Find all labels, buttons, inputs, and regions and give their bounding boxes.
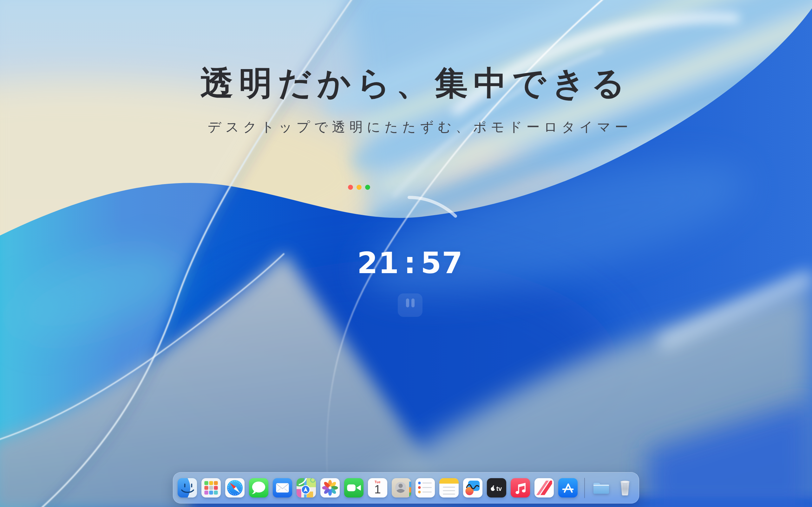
dock: Tue 1 (173, 472, 639, 504)
timer-colon: : (404, 246, 416, 280)
dock-icon-safari[interactable] (225, 478, 245, 498)
dock-icon-notes[interactable] (439, 478, 459, 498)
dock-icon-calendar[interactable]: Tue 1 (368, 478, 388, 498)
pause-icon (411, 298, 415, 307)
desktop: 透明だから、集中できる デスクトップで透明にたたずむ、ポモドーロタイマー 21:… (0, 0, 812, 507)
window-traffic-lights (348, 185, 370, 190)
timer-countdown: 21:57 (357, 248, 463, 278)
timer-minutes: 21 (357, 246, 399, 280)
dock-icon-facetime[interactable] (344, 478, 364, 498)
dock-icon-mail[interactable] (272, 478, 293, 498)
appletv-label: tv (496, 485, 502, 492)
dock-divider (584, 478, 585, 498)
dock-icon-appstore[interactable] (558, 478, 578, 498)
dock-icon-maps[interactable] (296, 478, 316, 498)
dock-icon-trash[interactable] (615, 478, 635, 498)
dock-icon-news[interactable] (534, 478, 554, 498)
dock-icon-messages[interactable] (249, 478, 269, 498)
pause-button[interactable] (398, 293, 422, 317)
dock-icon-reminders[interactable] (415, 478, 435, 498)
dock-icon-downloads-folder[interactable] (591, 478, 611, 498)
page-subtitle: デスクトップで透明にたたずむ、ポモドーロタイマー (208, 120, 632, 134)
dock-icon-music[interactable] (510, 478, 530, 498)
dock-icon-freeform[interactable] (463, 478, 483, 498)
calendar-day: 1 (374, 483, 381, 496)
minimize-button[interactable] (357, 185, 362, 190)
close-button[interactable] (348, 185, 353, 190)
dock-icon-launchpad[interactable] (201, 478, 221, 498)
dock-icon-appletv[interactable]: tv (487, 478, 507, 498)
page-title: 透明だから、集中できる (200, 66, 631, 100)
dock-icon-finder[interactable] (177, 478, 197, 498)
dock-icon-photos[interactable] (320, 478, 340, 498)
zoom-button[interactable] (365, 185, 370, 190)
dock-icon-contacts[interactable] (392, 478, 411, 498)
pause-icon (406, 298, 409, 307)
timer-seconds: 57 (421, 246, 463, 280)
